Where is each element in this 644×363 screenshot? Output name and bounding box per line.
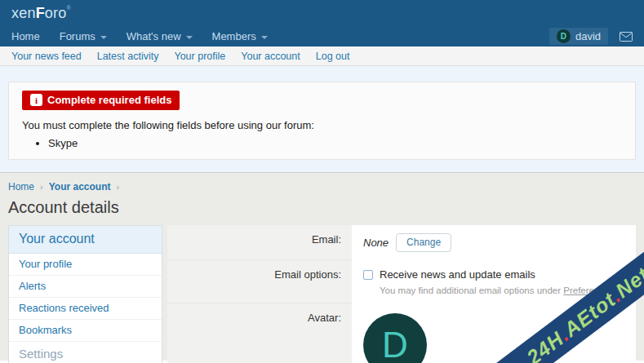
sidebar-section-settings: Settings [9, 342, 162, 363]
nav-whats-new-label: What's new [127, 30, 181, 42]
subnav-your-profile[interactable]: Your profile [174, 51, 225, 62]
nav-item-forums[interactable]: Forums [60, 30, 107, 42]
email-label: Email: [167, 225, 352, 260]
nav-home-label: Home [11, 30, 40, 42]
subnav-your-account[interactable]: Your account [241, 51, 300, 62]
nav-members-label: Members [212, 30, 256, 42]
username: david [575, 30, 601, 42]
missing-field-item: Skype [48, 137, 622, 149]
email-row: Email: None Change [167, 225, 636, 260]
breadcrumb-home[interactable]: Home [8, 181, 34, 193]
page-body: Home › Your account › Account details Yo… [0, 173, 644, 361]
nav-forums-label: Forums [60, 30, 95, 42]
subnav-latest-activity[interactable]: Latest activity [97, 51, 159, 62]
notice-section: i Complete required fields You must comp… [0, 66, 644, 173]
alert-button-label: Complete required fields [47, 94, 171, 106]
nav-item-members[interactable]: Members [212, 30, 268, 42]
email-options-hint: You may find additional email options un… [363, 286, 624, 295]
secondary-nav: Your news feed Latest activity Your prof… [0, 46, 644, 66]
required-fields-alert: i Complete required fields You must comp… [8, 82, 636, 160]
missing-fields-list: Skype [22, 137, 622, 149]
email-options-label: Email options: [167, 260, 352, 303]
xenforo-logo[interactable]: xenForo® [11, 5, 71, 22]
envelope-icon [620, 32, 633, 42]
content-columns: Your account Your profile Alerts Reactio… [8, 225, 636, 363]
alert-message: You must complete the following fields b… [22, 119, 622, 131]
sidebar-header-your-account[interactable]: Your account [9, 226, 162, 254]
chevron-down-icon [186, 36, 193, 39]
email-options-cell: Receive news and update emails You may f… [352, 260, 636, 303]
logo-part-f: F [36, 5, 45, 21]
change-email-button[interactable]: Change [396, 233, 451, 252]
account-details-form: Email: None Change Email options: Receiv… [167, 225, 636, 363]
subnav-your-news-feed[interactable]: Your news feed [11, 51, 82, 62]
user-avatar-mini: D [557, 29, 571, 43]
receive-news-checkbox[interactable] [363, 270, 373, 280]
sidebar-item-reactions-received[interactable]: Reactions received [9, 298, 162, 320]
registered-mark: ® [66, 5, 70, 11]
breadcrumb-separator-icon: › [40, 182, 43, 192]
logo-part-oro: oro [45, 5, 67, 21]
app-header: xenForo® Home Forums What's new Members … [0, 0, 644, 46]
account-sidebar: Your account Your profile Alerts Reactio… [8, 225, 162, 363]
complete-required-fields-button[interactable]: i Complete required fields [22, 91, 180, 110]
logo-row: xenForo® [0, 0, 644, 26]
page-title: Account details [8, 198, 636, 217]
avatar-label: Avatar: [167, 303, 352, 363]
avatar-row: Avatar: D [167, 303, 636, 363]
logo-part-xen: xen [11, 5, 36, 21]
sidebar-item-alerts[interactable]: Alerts [9, 276, 162, 298]
breadcrumb-your-account[interactable]: Your account [49, 181, 111, 193]
conversations-button[interactable] [620, 32, 633, 42]
nav-item-whats-new[interactable]: What's new [127, 30, 193, 42]
receive-news-label[interactable]: Receive news and update emails [380, 268, 535, 281]
sidebar-item-bookmarks[interactable]: Bookmarks [9, 320, 162, 342]
email-current-value: None [363, 237, 389, 249]
chevron-down-icon [261, 36, 268, 39]
info-icon: i [30, 94, 42, 106]
nav-item-home[interactable]: Home [11, 30, 40, 42]
chevron-down-icon [100, 36, 107, 39]
email-options-row: Email options: Receive news and update e… [167, 260, 636, 303]
sidebar-item-your-profile[interactable]: Your profile [9, 254, 162, 276]
breadcrumb-separator-icon: › [116, 182, 119, 192]
account-menu-tab[interactable]: D david [549, 28, 608, 45]
preferences-link[interactable]: Preferences [563, 286, 614, 295]
user-avatar-large[interactable]: D [363, 313, 427, 363]
subnav-log-out[interactable]: Log out [316, 51, 350, 62]
hint-text: You may find additional email options un… [380, 286, 563, 295]
avatar-cell: D [352, 303, 636, 363]
main-nav: Home Forums What's new Members D david [0, 26, 644, 46]
hint-period: . [614, 286, 616, 295]
email-value-cell: None Change [352, 225, 636, 260]
breadcrumb: Home › Your account › [8, 181, 636, 193]
